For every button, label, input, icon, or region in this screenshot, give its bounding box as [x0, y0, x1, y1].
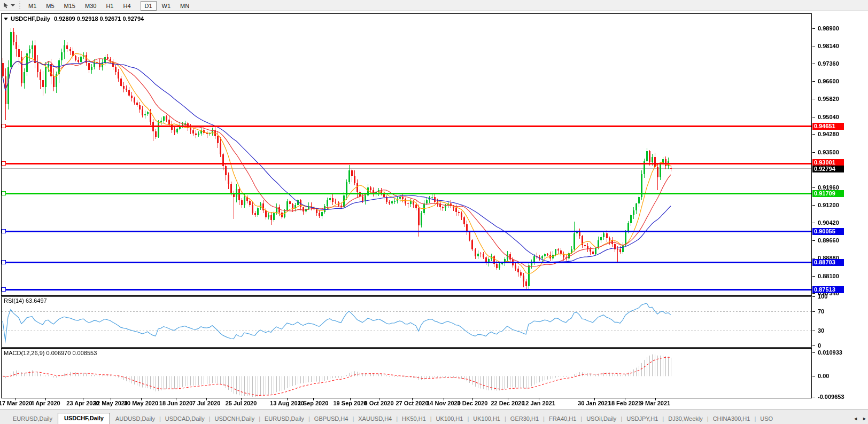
price-tick-label: 0.96600 — [818, 78, 839, 84]
date-label: 9 Mar 2021 — [631, 400, 679, 406]
timeframe-button-M15[interactable]: M15 — [60, 1, 80, 11]
tab-XAUUSD-H4[interactable]: XAUUSD,H4 — [354, 414, 396, 424]
trading-terminal: M1M5M15M30H1H4D1W1MN USDCHF,Daily 0.9280… — [0, 0, 868, 424]
macd-tick-label: -0.009653 — [818, 394, 844, 400]
price-tick-label: 0.98900 — [818, 25, 839, 32]
price-tick-label: 0.91200 — [818, 202, 839, 208]
date-label: 12 Jan 2021 — [515, 400, 563, 406]
chart-ohlc-values: 0.92809 0.92918 0.92671 0.92794 — [54, 15, 144, 22]
tab-CHINA300-H1[interactable]: CHINA300,H1 — [709, 414, 755, 424]
tab-scroll-left-icon[interactable]: ◄ — [853, 416, 858, 421]
tab-AUDUSD-Daily[interactable]: AUDUSD,Daily — [111, 414, 159, 424]
price-tick-label: 0.98140 — [818, 43, 839, 49]
price-tick-label: 0.94280 — [818, 131, 839, 137]
tab-scroll-right-icon[interactable]: ► — [862, 416, 867, 421]
rsi-indicator-label: RSI(14) 63.6497 — [4, 297, 47, 304]
level-price-label: 0.94651 — [812, 123, 844, 130]
price-tick-label: 0.93500 — [818, 149, 839, 155]
symbol-tab-bar: EURUSD,DailyUSDCHF,DailyAUDUSD,Daily|USD… — [0, 409, 868, 424]
macd-tick-label: 0.010933 — [818, 349, 842, 356]
chart-title: USDCHF,Daily 0.92809 0.92918 0.92671 0.9… — [4, 15, 144, 22]
rsi-tick-label: 30 — [818, 327, 824, 334]
timeframe-button-D1[interactable]: D1 — [141, 1, 157, 11]
timeframe-toolbar: M1M5M15M30H1H4D1W1MN — [0, 0, 868, 11]
timeframe-button-W1[interactable]: W1 — [158, 1, 175, 11]
toolbar-grip — [19, 2, 21, 9]
tab-USDJPY-H1[interactable]: USDJPY,H1 — [622, 414, 662, 424]
price-tick-label: 0.88100 — [818, 273, 839, 279]
tab-scroll-arrows: ◄ ► — [850, 416, 867, 421]
rsi-tick-label: 0 — [818, 342, 821, 349]
price-tick-label: 0.97360 — [818, 60, 839, 67]
cursor-tool-button[interactable] — [0, 1, 17, 10]
level-price-label: 0.87513 — [812, 286, 844, 293]
tab-USO[interactable]: USO — [756, 414, 777, 424]
symbol-tabs: EURUSD,DailyUSDCHF,DailyAUDUSD,Daily|USD… — [0, 413, 777, 424]
timeframe-button-M5[interactable]: M5 — [42, 1, 58, 11]
macd-indicator-label: MACD(12,26,9) 0.006970 0.008553 — [4, 350, 97, 356]
timeframe-button-M30[interactable]: M30 — [81, 1, 100, 11]
tab-DJ30-Weekly[interactable]: DJ30,Weekly — [664, 414, 707, 424]
tab-UK100-H1[interactable]: UK100,H1 — [432, 414, 468, 424]
price-tick-label: 0.95040 — [818, 114, 839, 120]
tab-UK100-H1[interactable]: UK100,H1 — [469, 414, 505, 424]
chart-menu-caret-icon[interactable] — [4, 18, 8, 20]
tab-GBPUSD-H4[interactable]: GBPUSD,H4 — [310, 414, 353, 424]
tab-GER30-H1[interactable]: GER30,H1 — [506, 414, 543, 424]
price-tick-label: 0.89660 — [818, 237, 839, 244]
macd-tick-label: 0.00 — [818, 373, 829, 379]
date-label: 25 Jul 2020 — [217, 400, 265, 406]
dropdown-caret-icon — [11, 4, 15, 6]
price-tick-label: 0.90420 — [818, 219, 839, 226]
cursor-tool-icon — [3, 2, 10, 9]
tab-HK50-H1[interactable]: HK50,H1 — [398, 414, 430, 424]
timeframe-button-MN[interactable]: MN — [176, 1, 193, 11]
price-tick-label: 0.95820 — [818, 96, 839, 102]
level-price-label: 0.91709 — [812, 190, 844, 197]
rsi-tick-label: 100 — [818, 293, 827, 300]
timeframe-buttons: M1M5M15M30H1H4D1W1MN — [24, 1, 194, 10]
tab-USDCNH-Daily[interactable]: USDCNH,Daily — [211, 414, 259, 424]
timeframe-button-H4[interactable]: H4 — [119, 1, 135, 11]
current-price-label: 0.92794 — [812, 166, 844, 172]
tab-USDCAD-Daily[interactable]: USDCAD,Daily — [161, 414, 209, 424]
timeframe-button-M1[interactable]: M1 — [24, 1, 41, 11]
tab-USOil-Daily[interactable]: USOil,Daily — [582, 414, 621, 424]
tab-FRA40-H1[interactable]: FRA40,H1 — [545, 414, 580, 424]
timeframe-button-H1[interactable]: H1 — [102, 1, 118, 11]
tab-USDCHF-Daily[interactable]: USDCHF,Daily — [58, 413, 110, 424]
level-price-label: 0.90055 — [812, 228, 844, 235]
chart-canvas[interactable] — [0, 0, 868, 424]
tab-EURUSD-Daily[interactable]: EURUSD,Daily — [260, 414, 308, 424]
chart-symbol-title: USDCHF,Daily — [11, 15, 50, 22]
tab-EURUSD-Daily[interactable]: EURUSD,Daily — [9, 414, 57, 424]
level-price-label: 0.88703 — [812, 259, 844, 266]
rsi-tick-label: 70 — [818, 308, 824, 315]
